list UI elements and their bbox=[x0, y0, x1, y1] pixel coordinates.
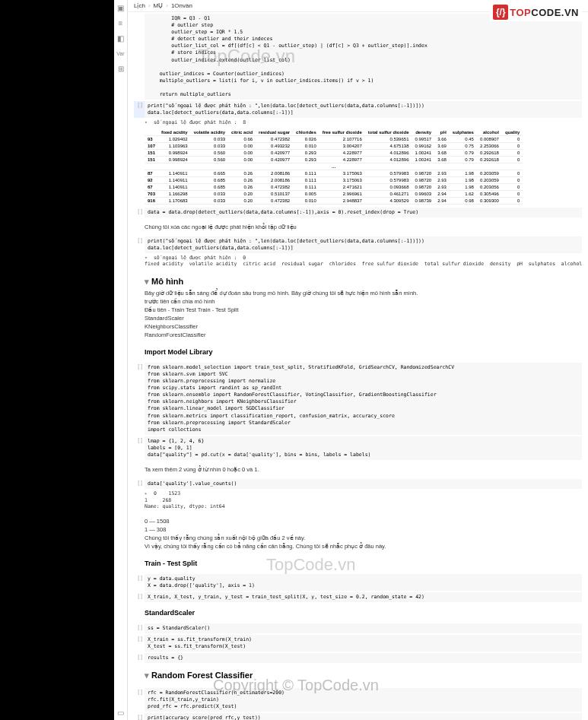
notebook-main: Lịch › MỤ › 1Onvàn IQR = Q3 - Q1 # outli… bbox=[128, 0, 588, 720]
doc-icon[interactable]: ▭ bbox=[116, 708, 126, 717]
code-block[interactable]: print("số ngoại lệ được phát hiện : ",le… bbox=[145, 236, 582, 253]
cell-gutter: [ ] bbox=[134, 592, 145, 602]
code-cell-drop[interactable]: [ ] data = data.drop(detect_outliers(dat… bbox=[134, 208, 582, 217]
code-block[interactable]: results = {} bbox=[145, 653, 582, 663]
topcode-logo: {/} TOPCODE.VN bbox=[490, 3, 582, 21]
code-cell-valuecounts[interactable]: [ ] data['quality'].value_counts() bbox=[134, 479, 582, 489]
cell-gutter: [ ] bbox=[134, 101, 145, 118]
code-block[interactable]: rfc = RandomForestClassifier(n_estimator… bbox=[145, 688, 582, 712]
code-cell-rfc2[interactable]: [ ] print(accuracy_score(pred_rfc,y_test… bbox=[134, 713, 582, 720]
code-cell-tts1[interactable]: [ ] y = data.quality X = data.drop(['qua… bbox=[134, 574, 582, 591]
output-collapse-caret[interactable]: ▾ bbox=[145, 119, 151, 125]
cell-gutter: [ ] bbox=[134, 713, 145, 720]
var-icon[interactable]: Var bbox=[116, 49, 126, 58]
code-cell-tts2[interactable]: [ ] X_train, X_test, y_train, y_test = t… bbox=[134, 592, 582, 602]
cell-gutter: [ ] bbox=[134, 688, 145, 712]
logo-text: TOPCODE.VN bbox=[510, 7, 579, 18]
code-block[interactable]: IQR = Q3 - Q1 # outlier step outlier_ste… bbox=[145, 14, 582, 100]
crumb-2[interactable]: MỤ bbox=[154, 2, 164, 9]
code-cell-rfc1[interactable]: [ ] rfc = RandomForestClassifier(n_estim… bbox=[134, 688, 582, 712]
search-icon[interactable]: ⊞ bbox=[116, 64, 126, 73]
code-block[interactable]: X_train, X_test, y_train, y_test = train… bbox=[145, 592, 582, 602]
output-valuecounts: ▸ 0 1523 1 268 Name: quality, dtype: int… bbox=[134, 490, 582, 509]
dataframe-table: fixed acidityvolatile aciditycitric acid… bbox=[145, 129, 523, 205]
output-collapse-caret[interactable]: ▸ bbox=[145, 490, 151, 496]
code-cell-labels[interactable]: [ ] lmap = {1, 2, 4, 6} labels = [0, 1] … bbox=[134, 436, 582, 460]
notebook-content: IQR = Q3 - Q1 # outlier step outlier_ste… bbox=[128, 14, 588, 720]
cell-gutter: [ ] bbox=[134, 479, 145, 489]
left-black-panel bbox=[0, 0, 114, 720]
code-block[interactable]: print(accuracy_score(pred_rfc,y_test)) p… bbox=[145, 713, 582, 720]
crumb-3[interactable]: 1Onvàn bbox=[171, 2, 192, 9]
code-block[interactable]: y = data.quality X = data.drop(['quality… bbox=[145, 574, 582, 591]
code-cell-ss1[interactable]: [ ] ss = StandardScaler() bbox=[134, 623, 582, 633]
code-block[interactable]: data = data.drop(detect_outliers(data,da… bbox=[145, 208, 582, 217]
cell-gutter: [ ] bbox=[134, 436, 145, 460]
code-cell-imports[interactable]: [ ] from sklearn.model_selection import … bbox=[134, 363, 582, 435]
cell-gutter: [ ] bbox=[134, 574, 145, 591]
heading-tts: Train - Test Split bbox=[134, 554, 582, 573]
cell-gutter: [ ] bbox=[134, 363, 145, 435]
ext-icon[interactable]: ◧ bbox=[116, 33, 126, 43]
toc-icon[interactable]: ≡ bbox=[116, 18, 126, 27]
code-block[interactable]: data['quality'].value_counts() bbox=[145, 479, 582, 489]
section-caret[interactable]: ▾ bbox=[145, 277, 149, 286]
section-caret[interactable]: ▾ bbox=[145, 671, 149, 680]
heading-model: ▾Mô hình Bây giờ dữ liệu sẵn sàng để dự … bbox=[134, 271, 582, 343]
code-block[interactable]: X_train = ss.fit_transform(X_train) X_te… bbox=[145, 635, 582, 652]
cell-gutter: [ ] bbox=[134, 635, 145, 652]
output-verify: ▾ số ngoại lệ được phát hiện : 0 fixed a… bbox=[134, 255, 582, 268]
code-cell-verify[interactable]: [ ] print("số ngoại lệ được phát hiện : … bbox=[134, 236, 582, 253]
code-cell-ss3[interactable]: [ ] results = {} bbox=[134, 653, 582, 663]
cell-gutter: [ ] bbox=[134, 208, 145, 217]
crumb-1[interactable]: Lịch bbox=[134, 2, 145, 9]
jupyter-sidebar: ▣ ≡ ◧ Var ⊞ ▭ bbox=[114, 0, 128, 720]
code-block[interactable]: lmap = {1, 2, 4, 6} labels = [0, 1] data… bbox=[145, 436, 582, 460]
folder-icon[interactable]: ▣ bbox=[116, 3, 126, 12]
md-dropped: Chúng tôi xóa các ngoại lệ được phát hiệ… bbox=[134, 219, 582, 235]
cell-gutter: [ ] bbox=[134, 623, 145, 633]
md-counts: 0 — 15081 — 308 Chúng tôi thấy rằng chún… bbox=[134, 513, 582, 554]
code-cell-print-outliers[interactable]: [ ] print("số ngoại lệ được phát hiện : … bbox=[134, 101, 582, 118]
heading-import: Import Model Library bbox=[134, 343, 582, 361]
heading-rfc: ▾Random Forest Classifier bbox=[134, 664, 582, 687]
output-collapse-caret[interactable]: ▾ bbox=[145, 255, 151, 261]
code-cell-ss2[interactable]: [ ] X_train = ss.fit_transform(X_train) … bbox=[134, 635, 582, 652]
heading-ss: StandardScaler bbox=[134, 604, 582, 622]
md-xemthem: Ta xem thêm 2 vùng ở từ nhìn 0 hoặc 0 và… bbox=[134, 461, 582, 477]
cell-gutter: [ ] bbox=[134, 653, 145, 663]
code-block[interactable]: ss = StandardScaler() bbox=[145, 623, 582, 633]
crumb-sep: › bbox=[166, 2, 168, 9]
output-outlier-count: ▾ số ngoại lệ được phát hiện : 8 bbox=[134, 119, 582, 125]
code-block[interactable]: print("số ngoại lệ được phát hiện : ",le… bbox=[145, 101, 582, 118]
logo-icon: {/} bbox=[493, 5, 508, 20]
code-cell-outlier-fn[interactable]: IQR = Q3 - Q1 # outlier step outlier_ste… bbox=[134, 14, 582, 100]
code-block[interactable]: from sklearn.model_selection import trai… bbox=[145, 363, 582, 435]
cell-gutter: [ ] bbox=[134, 236, 145, 253]
cell-gutter bbox=[134, 14, 145, 100]
crumb-sep: › bbox=[148, 2, 151, 9]
